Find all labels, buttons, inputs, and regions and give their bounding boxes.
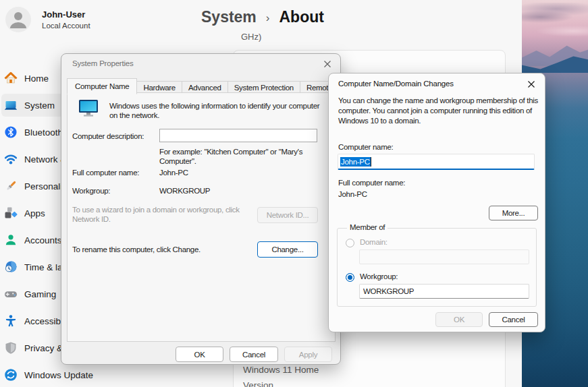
globe-clock-icon bbox=[4, 260, 18, 274]
sidebar-item-label: System bbox=[24, 100, 55, 111]
domain-radio-label: Domain: bbox=[360, 238, 387, 246]
dialog-intro-line1: You can change the name and workgroup me… bbox=[338, 96, 538, 105]
apps-icon bbox=[4, 206, 18, 220]
change-button[interactable]: Change... bbox=[257, 241, 318, 258]
cancel-button[interactable]: Cancel bbox=[230, 347, 278, 362]
domain-changes-dialog: Computer Name/Domain Changes You can cha… bbox=[328, 73, 545, 332]
full-computer-name-value: John-PC bbox=[338, 190, 367, 198]
sidebar-item-label: Windows Update bbox=[24, 370, 93, 380]
user-account-block[interactable]: John-User Local Account bbox=[5, 7, 90, 32]
cancel-button[interactable]: Cancel bbox=[489, 312, 538, 327]
full-computer-name-value: John-PC bbox=[159, 169, 188, 177]
text-caret bbox=[371, 157, 371, 167]
user-account-type: Local Account bbox=[42, 22, 90, 30]
computer-name-input[interactable]: John-PC bbox=[338, 154, 535, 170]
network-wizard-hint-line1: To use a wizard to join a domain or work… bbox=[72, 206, 240, 214]
version-label: Version bbox=[243, 380, 273, 387]
member-of-label: Member of bbox=[347, 223, 387, 231]
workgroup-input[interactable] bbox=[359, 284, 529, 299]
full-computer-name-label: Full computer name: bbox=[72, 169, 139, 177]
workgroup-radio[interactable] bbox=[346, 273, 354, 282]
accessibility-icon bbox=[4, 314, 18, 328]
domain-radio bbox=[346, 239, 354, 247]
computer-description-label: Computer description: bbox=[72, 132, 144, 140]
tab-computer-name[interactable]: Computer Name bbox=[67, 78, 137, 94]
monitor-icon bbox=[78, 99, 99, 117]
windows-edition: Windows 11 Home bbox=[243, 365, 319, 375]
page-title: About bbox=[279, 8, 324, 26]
workgroup-radio-label[interactable]: Workgroup: bbox=[360, 272, 398, 280]
ok-button: OK bbox=[435, 312, 483, 327]
dialog-intro-line3: Windows 10 to a domain. bbox=[338, 117, 421, 125]
user-name: John-User bbox=[42, 9, 90, 20]
tab-page: Windows uses the following information t… bbox=[67, 92, 336, 342]
shield-icon bbox=[4, 341, 18, 355]
windows-update-icon bbox=[4, 368, 18, 382]
apply-button: Apply bbox=[284, 347, 332, 362]
close-icon[interactable] bbox=[323, 59, 332, 69]
close-icon[interactable] bbox=[527, 80, 536, 89]
dialog-title: Computer Name/Domain Changes bbox=[338, 80, 454, 88]
computer-description-input[interactable] bbox=[159, 129, 317, 142]
workgroup-label: Workgroup: bbox=[72, 187, 110, 195]
network-id-button: Network ID... bbox=[257, 207, 318, 223]
selected-text: John-PC bbox=[340, 157, 371, 167]
ok-button[interactable]: OK bbox=[176, 347, 223, 362]
workgroup-value: WORKGROUP bbox=[159, 187, 210, 195]
system-icon bbox=[4, 98, 18, 112]
network-wizard-hint-line2: Network ID. bbox=[72, 215, 111, 223]
computer-name-label: Computer name: bbox=[338, 143, 393, 151]
system-properties-dialog: System Properties Computer Name Hardware… bbox=[61, 53, 341, 365]
sidebar-item-label: Gaming bbox=[24, 289, 56, 299]
bluetooth-icon bbox=[4, 125, 18, 139]
description-example-line2: Computer". bbox=[159, 157, 196, 165]
breadcrumb: System › About bbox=[201, 8, 324, 26]
processor-text-fragment: GHz) bbox=[241, 32, 261, 42]
person-icon bbox=[5, 7, 31, 32]
dialog-intro-line2: computer. You cannot join a computer run… bbox=[338, 107, 532, 115]
dialog-intro-line2: on the network. bbox=[109, 111, 159, 119]
full-computer-name-label: Full computer name: bbox=[338, 179, 405, 187]
breadcrumb-parent[interactable]: System bbox=[201, 8, 257, 26]
sidebar-item-label: Apps bbox=[24, 208, 45, 218]
home-icon bbox=[4, 71, 18, 85]
wallpaper-clouds bbox=[522, 3, 588, 43]
sidebar-item-label: Home bbox=[24, 73, 49, 84]
chevron-right-icon: › bbox=[266, 11, 270, 25]
network-icon bbox=[4, 152, 18, 166]
paintbrush-icon bbox=[4, 179, 18, 193]
more-button[interactable]: More... bbox=[489, 206, 538, 220]
member-of-groupbox: Member of Domain: Workgroup: bbox=[337, 228, 537, 307]
accounts-icon bbox=[4, 233, 18, 247]
rename-hint: To rename this computer, click Change. bbox=[72, 245, 201, 254]
dialog-title: System Properties bbox=[72, 59, 134, 67]
screen: John-User Local Account System › About G… bbox=[0, 0, 588, 387]
gamepad-icon bbox=[4, 287, 18, 301]
avatar bbox=[5, 7, 31, 32]
domain-input bbox=[359, 249, 529, 264]
sidebar-item-windows-update[interactable]: Windows Update bbox=[0, 361, 203, 387]
dialog-intro-line1: Windows uses the following information t… bbox=[109, 102, 319, 110]
description-example-line1: For example: "Kitchen Computer" or "Mary… bbox=[159, 148, 302, 156]
sidebar-item-label: Accounts bbox=[24, 235, 62, 245]
